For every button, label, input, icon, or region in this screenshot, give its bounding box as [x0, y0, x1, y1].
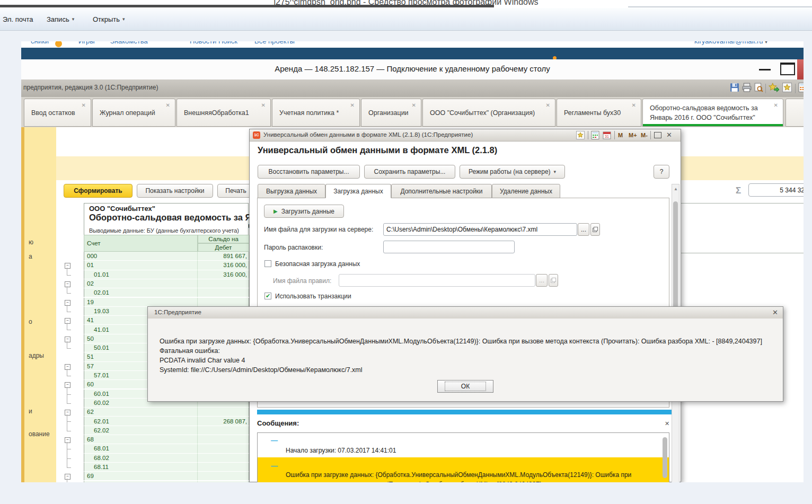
file-input[interactable]: C:\Users\Admin\Desktop\Обмены\Керамолюкс… — [383, 223, 577, 236]
expand-toggle-icon[interactable]: − — [65, 474, 70, 480]
close-tab-icon[interactable]: ✕ — [82, 102, 86, 108]
dialog-tab-3[interactable]: Дополнительные настройки — [391, 184, 492, 198]
close-icon[interactable]: ✕ — [666, 131, 672, 139]
param-button-2[interactable]: Сохранить параметры... — [364, 165, 455, 179]
expand-toggle-icon[interactable]: − — [65, 318, 70, 324]
table-row-debit[interactable] — [198, 463, 249, 472]
table-row-debit[interactable]: 268 087, — [198, 417, 249, 426]
scroll-up-icon[interactable]: ▲ — [674, 187, 678, 191]
table-row-debit[interactable] — [198, 298, 249, 307]
close-tab-icon[interactable]: ✕ — [546, 102, 550, 108]
viewer-menu-0[interactable]: Эл. почта — [3, 13, 33, 25]
close-tab-icon[interactable]: ✕ — [412, 102, 416, 108]
table-row-debit[interactable] — [198, 481, 249, 483]
password-input[interactable] — [383, 241, 515, 253]
calendar-icon[interactable]: 31 — [603, 131, 611, 142]
table-row-account[interactable]: 01 — [84, 261, 198, 270]
browser-link[interactable]: Все проекты — [254, 41, 295, 45]
close-tab-icon[interactable]: ✕ — [632, 102, 636, 108]
table-row-account[interactable]: 69.01 — [84, 481, 198, 483]
generate-button[interactable]: Сформировать — [64, 184, 133, 198]
browser-link[interactable]: Знакомства — [110, 41, 148, 45]
close-tab-icon[interactable]: ✕ — [261, 102, 266, 108]
table-row-account[interactable]: 000 — [84, 252, 198, 261]
table-row-account[interactable]: 62.02 — [84, 426, 198, 435]
print-icon[interactable] — [742, 83, 753, 93]
browser-link[interactable]: сники — [31, 41, 49, 45]
tab-7[interactable]: Регламенты бух30✕ — [557, 99, 641, 127]
maximize-button[interactable] — [780, 63, 795, 75]
param-button-3[interactable]: Режим работы (на сервере)▾ — [460, 165, 565, 179]
print-preview-icon[interactable] — [754, 83, 764, 93]
col-header-balance[interactable]: Сальдо на — [198, 235, 249, 243]
table-row-debit[interactable]: 891 667, — [198, 252, 249, 261]
open-file-icon[interactable] — [549, 274, 558, 287]
table-row-debit[interactable] — [198, 454, 249, 463]
col-header-account[interactable]: Счет — [84, 235, 198, 252]
favorites-icon[interactable] — [576, 131, 585, 142]
open-file-icon[interactable] — [590, 223, 600, 236]
table-row-account[interactable]: 62.01 — [84, 417, 198, 426]
memory-button-M[interactable]: M — [618, 132, 623, 138]
load-data-button[interactable]: ▶ Загрузить данные — [264, 205, 344, 218]
rules-input[interactable] — [339, 274, 535, 287]
add-favorite-icon[interactable] — [769, 83, 779, 93]
table-row-account[interactable]: 02 — [84, 279, 198, 288]
col-header-debit[interactable]: Дебет — [198, 243, 249, 252]
table-row-account[interactable]: 69 — [84, 472, 198, 481]
browse-button[interactable]: ... — [578, 223, 589, 236]
sidebar-item[interactable]: ю — [29, 238, 33, 246]
table-row-account[interactable]: 02.01 — [84, 288, 198, 297]
account-link[interactable]: kiryakovamar@mail.ru ▾ — [694, 41, 767, 45]
transactions-checkbox[interactable]: ✔ — [264, 293, 271, 299]
safe-load-checkbox[interactable] — [264, 260, 271, 267]
favorites-icon[interactable] — [782, 83, 793, 93]
tab-1[interactable]: Ввод остатков✕ — [24, 99, 91, 127]
calculator-icon[interactable] — [798, 83, 804, 93]
ok-button[interactable]: ОК — [437, 380, 493, 393]
messages-divider[interactable] — [257, 410, 673, 414]
table-row-debit[interactable] — [198, 279, 249, 288]
close-button[interactable] — [797, 59, 804, 79]
message-item[interactable]: —Начало загрузки: 07.03.2017 14:41:01 — [258, 433, 669, 457]
total-field[interactable]: 5 344 32 — [748, 183, 804, 197]
maximize-icon[interactable] — [654, 132, 661, 138]
save-icon[interactable] — [730, 83, 740, 93]
expand-toggle-icon[interactable]: − — [65, 410, 70, 415]
close-tab-icon[interactable]: ✕ — [166, 102, 170, 108]
dialog-tab-4[interactable]: Удаление данных — [492, 184, 560, 198]
expand-toggle-icon[interactable]: − — [65, 437, 70, 443]
messages-scrollbar[interactable] — [663, 437, 667, 478]
tab-4[interactable]: Учетная политика *✕ — [272, 99, 360, 127]
expand-toggle-icon[interactable]: − — [65, 263, 70, 269]
minimize-button[interactable] — [759, 69, 771, 70]
calculator-icon[interactable] — [591, 131, 599, 142]
table-row-account[interactable]: 62 — [84, 408, 198, 417]
sidebar-item[interactable]: ование — [29, 430, 50, 438]
table-row-debit[interactable] — [198, 426, 249, 435]
viewer-menu-1[interactable]: Запись▾ — [47, 13, 74, 25]
table-row-debit[interactable] — [198, 408, 249, 417]
expand-toggle-icon[interactable]: − — [65, 300, 70, 306]
expand-toggle-icon[interactable]: − — [65, 364, 70, 370]
table-row-account[interactable]: 68 — [84, 435, 198, 444]
show-settings-button[interactable]: Показать настройки — [137, 184, 213, 198]
table-row-debit[interactable] — [198, 288, 249, 297]
dialog-tab-2[interactable]: Загрузка данных — [325, 184, 391, 198]
tab-3[interactable]: ВнешняяОбработка1✕ — [176, 99, 271, 127]
param-button-1[interactable]: Восстановить параметры... — [258, 165, 360, 179]
table-row-debit[interactable] — [198, 435, 249, 444]
close-tab-icon[interactable]: ✕ — [774, 102, 778, 108]
table-row-account[interactable]: 68.02 — [84, 454, 198, 463]
dialog-tab-1[interactable]: Выгрузка данных — [258, 184, 325, 198]
sidebar-item[interactable]: а — [29, 253, 32, 260]
sidebar-item[interactable]: и — [29, 408, 32, 415]
close-messages-icon[interactable]: ✕ — [665, 420, 669, 427]
message-item[interactable]: —Ошибка при загрузке данных: {Обработка.… — [258, 457, 669, 482]
memory-button-M+[interactable]: M+ — [629, 132, 637, 138]
tab-2[interactable]: Журнал операций✕ — [92, 99, 175, 127]
table-row-account[interactable]: 68.01 — [84, 444, 198, 453]
table-row-account[interactable]: 19 — [84, 298, 198, 307]
close-tab-icon[interactable]: ✕ — [350, 102, 355, 108]
browser-link[interactable]: Новости — [190, 41, 216, 45]
